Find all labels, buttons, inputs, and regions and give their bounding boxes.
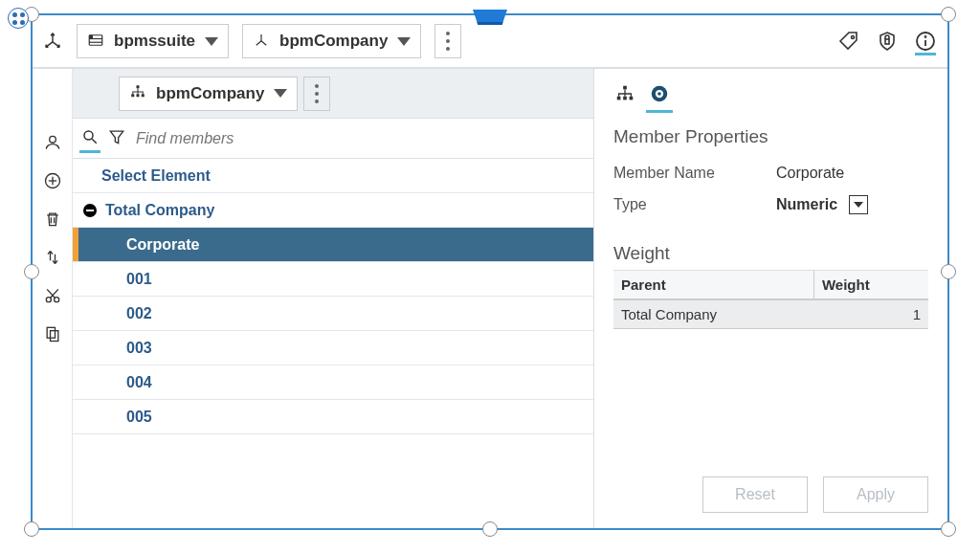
hierarchy-icon	[129, 83, 146, 103]
dimension-more-button[interactable]	[434, 24, 461, 58]
active-indicator	[79, 150, 100, 153]
cut-icon[interactable]	[42, 285, 63, 306]
reset-button[interactable]: Reset	[702, 476, 808, 513]
type-value: Numeric	[776, 196, 837, 213]
svg-rect-19	[137, 94, 140, 97]
hierarchy-tab-icon[interactable]	[613, 82, 636, 105]
weight-parent-cell: Total Company	[613, 299, 813, 329]
member-name-label: Member Name	[613, 165, 776, 182]
apply-button-label: Apply	[857, 486, 895, 503]
weight-row[interactable]: Total Company 1	[613, 299, 928, 329]
svg-rect-25	[623, 97, 627, 100]
hierarchy-label: bpmCompany	[156, 84, 264, 103]
svg-rect-23	[623, 86, 627, 90]
datasource-dropdown[interactable]: bpmssuite	[77, 24, 229, 58]
reset-button-label: Reset	[735, 486, 775, 503]
copy-icon[interactable]	[42, 323, 63, 344]
properties-tab-icon[interactable]	[648, 82, 671, 105]
collapse-icon[interactable]	[82, 203, 98, 218]
resize-handle-s[interactable]	[482, 521, 498, 537]
sub-toolbar: bpmCompany	[73, 69, 593, 119]
shield-icon[interactable]	[875, 29, 900, 54]
tree-item[interactable]: 004	[73, 365, 593, 400]
properties-tabs	[613, 69, 928, 119]
svg-point-21	[84, 131, 93, 140]
tree-item[interactable]: 005	[73, 400, 593, 434]
svg-point-9	[49, 136, 56, 143]
user-icon[interactable]	[42, 132, 63, 153]
caret-down-icon	[274, 89, 287, 98]
svg-rect-18	[131, 94, 134, 97]
tree-root-label: Total Company	[105, 202, 214, 219]
properties-panel: Member Properties Member Name Corporate …	[593, 69, 947, 528]
svg-rect-5	[885, 39, 889, 44]
svg-rect-24	[617, 97, 621, 100]
tree-item-label: 003	[126, 340, 152, 357]
tree-item-label: 005	[126, 409, 152, 426]
weight-value-cell: 1	[813, 299, 928, 329]
tree-item-label: Corporate	[126, 236, 199, 254]
datasource-label: bpmssuite	[114, 32, 195, 51]
caret-down-icon	[205, 37, 218, 46]
member-tree-panel: bpmCompany Select El	[73, 69, 593, 528]
resize-handle-w[interactable]	[24, 264, 39, 279]
info-icon[interactable]	[913, 29, 938, 54]
hierarchy-dropdown[interactable]: bpmCompany	[119, 77, 298, 111]
tag-icon[interactable]	[836, 29, 861, 54]
caret-down-icon	[397, 37, 411, 46]
top-toolbar: bpmssuite bpmCompany	[33, 15, 947, 69]
trash-icon[interactable]	[42, 209, 63, 230]
search-icon[interactable]	[81, 128, 99, 148]
tree-item[interactable]: 001	[73, 262, 593, 297]
weight-col-parent: Parent	[613, 271, 813, 300]
svg-rect-15	[47, 327, 55, 338]
search-row	[73, 119, 593, 159]
apply-button[interactable]: Apply	[823, 476, 928, 513]
resize-handle-se[interactable]	[941, 521, 956, 537]
svg-point-8	[925, 36, 926, 37]
weight-heading: Weight	[613, 243, 928, 264]
tree-item-label: 002	[126, 305, 152, 322]
tree-root-row[interactable]: Total Company	[73, 193, 593, 228]
panel-title: Member Properties	[613, 126, 928, 147]
select-element-label: Select Element	[101, 167, 211, 185]
search-input[interactable]	[134, 129, 586, 148]
type-select[interactable]	[849, 195, 868, 214]
axis-small-icon	[253, 32, 270, 52]
type-label: Type	[613, 196, 776, 213]
resize-handle-sw[interactable]	[24, 521, 39, 537]
database-icon	[87, 32, 104, 52]
tree-item[interactable]: Corporate	[73, 228, 593, 262]
svg-rect-26	[630, 97, 634, 100]
app-menu-button[interactable]	[8, 8, 29, 29]
svg-point-29	[657, 92, 661, 96]
active-indicator	[915, 53, 936, 55]
filter-icon[interactable]	[107, 127, 126, 149]
dimension-label: bpmCompany	[279, 32, 388, 51]
svg-rect-16	[50, 331, 57, 342]
editor-frame: bpmssuite bpmCompany	[31, 13, 949, 530]
tree-item-label: 001	[126, 271, 152, 288]
svg-rect-17	[137, 85, 140, 88]
axis-icon	[42, 30, 63, 54]
weight-table: Parent Weight Total Company 1	[613, 270, 928, 329]
resize-handle-e[interactable]	[941, 264, 956, 279]
member-list: Select Element Total Company Corporate 0…	[73, 159, 593, 528]
svg-point-4	[852, 36, 855, 39]
weight-col-weight: Weight	[813, 271, 928, 300]
hierarchy-more-button[interactable]	[303, 77, 330, 111]
dimension-dropdown[interactable]: bpmCompany	[242, 24, 421, 58]
tree-item-label: 004	[126, 374, 152, 391]
svg-line-22	[92, 139, 97, 144]
svg-rect-20	[142, 94, 145, 97]
reorder-icon[interactable]	[42, 247, 63, 268]
svg-rect-3	[89, 34, 93, 38]
member-name-value: Corporate	[776, 165, 844, 182]
tree-item[interactable]: 002	[73, 297, 593, 331]
left-tool-rail	[33, 69, 73, 528]
select-element-row[interactable]: Select Element	[73, 159, 593, 193]
add-icon[interactable]	[42, 170, 63, 191]
tree-item[interactable]: 003	[73, 331, 593, 365]
